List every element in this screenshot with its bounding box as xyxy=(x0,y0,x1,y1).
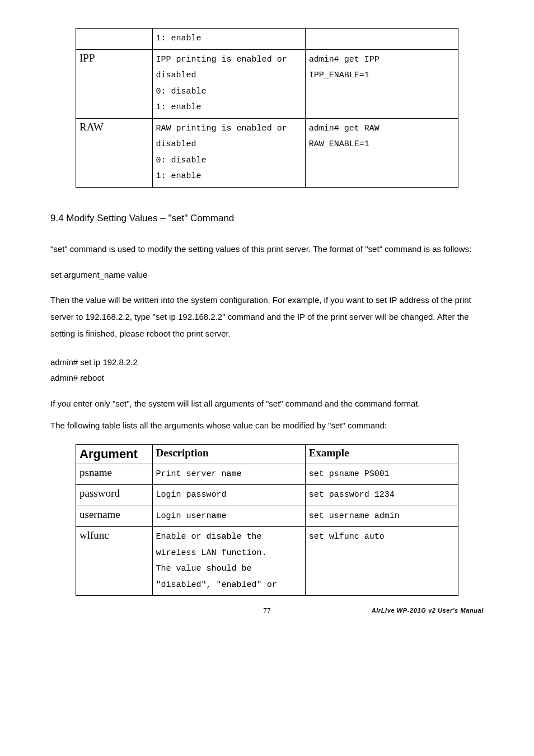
set-list-paragraph: If you enter only "set", the system will… xyxy=(50,399,484,408)
set-format: set argument_name value xyxy=(50,270,484,279)
example-cell: set psname PS001 xyxy=(305,464,458,485)
table-row: passwordLogin passwordset password 1234 xyxy=(76,485,458,506)
table-row: RAWRAW printing is enabled ordisabled0: … xyxy=(76,118,458,187)
description-cell: 1: enable xyxy=(152,29,305,50)
example-cell: admin# get RAWRAW_ENABLE=1 xyxy=(305,118,458,187)
example-cell: set username admin xyxy=(305,506,458,527)
example-cell: admin# get IPPIPP_ENABLE=1 xyxy=(305,49,458,118)
argument-cell: password xyxy=(76,485,153,506)
argument-cell: IPP xyxy=(76,49,153,118)
table-row: wlfuncEnable or disable thewireless LAN … xyxy=(76,527,458,596)
set-command-arguments-table: Argument Description Example psnamePrint… xyxy=(76,444,458,596)
example-cell: set password 1234 xyxy=(305,485,458,506)
col-header-argument: Argument xyxy=(76,444,153,464)
table-row: usernameLogin usernameset username admin xyxy=(76,506,458,527)
argument-cell: username xyxy=(76,506,153,527)
description-cell: Login password xyxy=(152,485,305,506)
manual-title: AirLive WP-201G v2 User's Manual xyxy=(372,607,484,614)
description-cell: Print server name xyxy=(152,464,305,485)
table-intro-paragraph: The following table lists all the argume… xyxy=(50,421,484,430)
table-row: psnamePrint server nameset psname PS001 xyxy=(76,464,458,485)
description-cell: RAW printing is enabled ordisabled0: dis… xyxy=(152,118,305,187)
table-row: IPPIPP printing is enabled ordisabled0: … xyxy=(76,49,458,118)
page-number: 77 xyxy=(263,607,270,615)
example-commands: admin# set ip 192.8.2.2admin# reboot xyxy=(50,354,484,386)
col-header-description: Description xyxy=(152,444,305,464)
argument-cell: RAW xyxy=(76,118,153,187)
argument-cell: psname xyxy=(76,464,153,485)
description-cell: IPP printing is enabled ordisabled0: dis… xyxy=(152,49,305,118)
argument-cell: wlfunc xyxy=(76,527,153,596)
col-header-example: Example xyxy=(305,444,458,464)
description-cell: Enable or disable thewireless LAN functi… xyxy=(152,527,305,596)
explanation-paragraph: Then the value will be written into the … xyxy=(50,292,484,342)
get-command-table-fragment: 1: enableIPPIPP printing is enabled ordi… xyxy=(76,28,458,188)
description-cell: Login username xyxy=(152,506,305,527)
section-heading: 9.4 Modify Setting Values – "set" Comman… xyxy=(50,213,484,224)
intro-paragraph: "set" command is used to modify the sett… xyxy=(50,241,484,258)
argument-cell xyxy=(76,29,153,50)
example-cell xyxy=(305,29,458,50)
table-row: 1: enable xyxy=(76,29,458,50)
example-cell: set wlfunc auto xyxy=(305,527,458,596)
